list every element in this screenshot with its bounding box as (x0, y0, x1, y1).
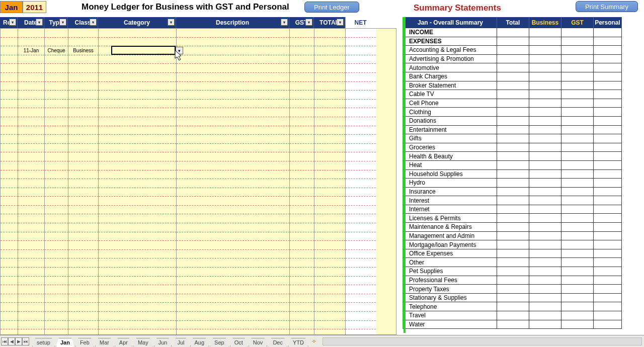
ledger-row[interactable] (1, 64, 396, 73)
summary-cell[interactable] (529, 302, 561, 311)
ledger-cell[interactable] (18, 232, 45, 241)
summary-cell[interactable] (497, 72, 529, 81)
sheet-tab-dec[interactable]: Dec (268, 338, 287, 347)
ledger-cell[interactable] (99, 144, 177, 153)
print-summary-button[interactable]: Print Summary (576, 1, 638, 12)
ledger-row[interactable] (1, 29, 396, 38)
summary-cell[interactable] (594, 188, 622, 197)
summary-cell[interactable] (497, 214, 529, 223)
ledger-cell[interactable] (99, 29, 177, 38)
ledger-cell[interactable] (45, 303, 68, 312)
summary-cell[interactable] (497, 249, 529, 258)
summary-cell[interactable] (594, 258, 622, 267)
ledger-cell[interactable] (1, 206, 18, 215)
ledger-cell[interactable] (99, 126, 177, 135)
ledger-cell[interactable] (177, 135, 290, 144)
summary-cell[interactable] (529, 99, 561, 108)
ledger-cell[interactable] (18, 303, 45, 312)
ledger-cell[interactable] (290, 161, 314, 170)
ledger-row[interactable] (1, 100, 396, 109)
summary-cell[interactable] (497, 223, 529, 232)
ledger-cell[interactable] (346, 152, 376, 161)
horizontal-scrollbar[interactable] (323, 337, 642, 345)
filter-arrow-icon[interactable]: ▾ (305, 19, 312, 26)
ledger-cell[interactable] (290, 38, 314, 47)
ledger-cell[interactable] (45, 268, 68, 277)
ledger-cell[interactable] (314, 285, 346, 294)
col-gst[interactable]: GST▾ (289, 17, 314, 28)
summary-cell[interactable] (594, 134, 622, 143)
ledger-cell[interactable] (68, 197, 99, 206)
ledger-cell[interactable] (177, 277, 290, 286)
ledger-cell[interactable] (346, 294, 376, 303)
ledger-cell[interactable]: Business (68, 46, 99, 55)
ledger-cell[interactable] (177, 250, 290, 259)
ledger-cell[interactable] (290, 329, 314, 335)
ledger-cell[interactable] (99, 161, 177, 170)
col-total[interactable]: TOTAL▾ (314, 17, 345, 28)
ledger-cell[interactable] (346, 197, 376, 206)
ledger-cell[interactable] (45, 64, 68, 73)
ledger-cell[interactable] (18, 82, 45, 91)
summary-cell[interactable] (497, 179, 529, 188)
summary-cell[interactable] (594, 285, 622, 294)
ledger-cell[interactable] (177, 241, 290, 250)
ledger-cell[interactable] (314, 152, 346, 161)
summary-cell[interactable] (497, 188, 529, 197)
ledger-cell[interactable] (1, 329, 18, 335)
ledger-cell[interactable] (18, 268, 45, 277)
ledger-cell[interactable] (290, 46, 314, 55)
ledger-row[interactable] (1, 268, 396, 277)
ledger-cell[interactable] (68, 241, 99, 250)
ledger-cell[interactable] (346, 188, 376, 197)
ledger-cell[interactable] (45, 223, 68, 232)
summary-cell[interactable] (497, 302, 529, 311)
ledger-cell[interactable] (314, 100, 346, 109)
ledger-cell[interactable] (1, 38, 18, 47)
ledger-cell[interactable] (177, 197, 290, 206)
ledger-cell[interactable] (68, 135, 99, 144)
ledger-cell[interactable] (177, 232, 290, 241)
summary-cell[interactable] (561, 126, 594, 135)
ledger-cell[interactable] (290, 250, 314, 259)
ledger-cell[interactable] (314, 277, 346, 286)
ledger-cell[interactable] (68, 117, 99, 126)
ledger-row[interactable] (1, 329, 396, 335)
summary-cell[interactable] (561, 267, 594, 276)
ledger-cell[interactable] (290, 29, 314, 38)
ledger-cell[interactable] (290, 179, 314, 188)
ledger-cell[interactable] (99, 312, 177, 321)
summary-cell[interactable] (529, 249, 561, 258)
summary-cell[interactable] (529, 267, 561, 276)
ledger-cell[interactable] (290, 285, 314, 294)
summary-cell[interactable] (529, 126, 561, 135)
ledger-cell[interactable] (346, 91, 376, 100)
ledger-cell[interactable] (18, 250, 45, 259)
ledger-cell[interactable] (346, 126, 376, 135)
ledger-cell[interactable] (68, 303, 99, 312)
ledger-cell[interactable] (346, 64, 376, 73)
ledger-cell[interactable] (290, 232, 314, 241)
ledger-row[interactable] (1, 126, 396, 135)
summary-cell[interactable] (561, 134, 594, 143)
summary-cell[interactable] (594, 170, 622, 179)
ledger-cell[interactable] (314, 38, 346, 47)
ledger-cell[interactable] (314, 268, 346, 277)
summary-cell[interactable] (594, 320, 622, 329)
ledger-cell[interactable] (45, 321, 68, 330)
ledger-cell[interactable] (1, 197, 18, 206)
ledger-row[interactable] (1, 38, 396, 47)
summary-cell[interactable] (594, 205, 622, 214)
ledger-cell[interactable] (346, 73, 376, 82)
ledger-cell[interactable] (68, 91, 99, 100)
ledger-cell[interactable] (99, 91, 177, 100)
ledger-cell[interactable] (346, 161, 376, 170)
sheet-tab-jul[interactable]: Jul (173, 338, 189, 347)
ledger-row[interactable] (1, 144, 396, 153)
ledger-cell[interactable] (45, 108, 68, 117)
ledger-cell[interactable] (45, 82, 68, 91)
ledger-cell[interactable] (99, 55, 177, 64)
ledger-cell[interactable] (346, 55, 376, 64)
ledger-cell[interactable] (99, 268, 177, 277)
ledger-cell[interactable] (18, 38, 45, 47)
